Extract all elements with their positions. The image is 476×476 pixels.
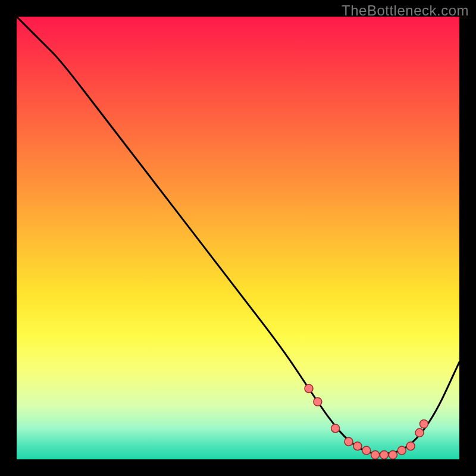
plot-area	[17, 17, 459, 459]
highlight-dot	[389, 451, 397, 459]
highlight-dot	[371, 451, 380, 459]
highlight-dot	[353, 442, 362, 450]
chart-frame: TheBottleneck.com	[0, 0, 476, 476]
chart-svg	[17, 17, 459, 459]
highlight-dot	[419, 419, 428, 428]
watermark-text: TheBottleneck.com	[342, 2, 469, 19]
highlight-dot	[362, 446, 371, 455]
highlight-dot	[345, 437, 353, 446]
highlight-dot	[380, 451, 389, 459]
highlight-dot	[305, 384, 313, 393]
highlight-dot	[397, 446, 406, 455]
highlight-dot	[406, 442, 415, 450]
bottleneck-curve	[17, 17, 459, 454]
highlight-dot	[314, 397, 322, 406]
highlight-dot	[331, 424, 340, 433]
highlight-dot	[415, 428, 424, 437]
highlight-dots-group	[305, 384, 428, 459]
